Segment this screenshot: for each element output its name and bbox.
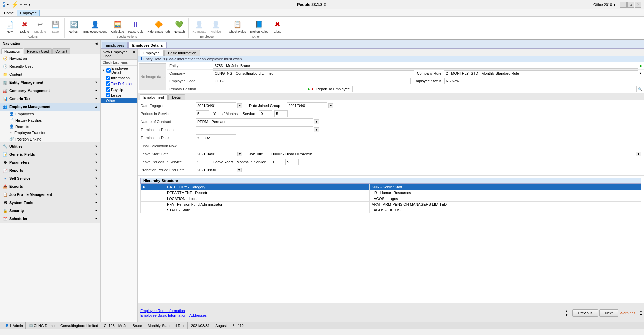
nav-sub-history-payslips[interactable]: 📄 History Payslips bbox=[0, 117, 100, 123]
nav-item-self-service[interactable]: ● Self Service ▼ bbox=[0, 174, 100, 182]
periods-service-input[interactable] bbox=[196, 110, 209, 117]
right-scroll-down-icon[interactable]: ▼ bbox=[639, 313, 643, 317]
hierarchy-row-0[interactable]: ▶ CATEGORY - Category SNR - Senior Staff bbox=[141, 184, 641, 190]
nav-item-reports[interactable]: 📈 Reports ▼ bbox=[0, 166, 100, 174]
nav-item-utilities[interactable]: 🔧 Utilities ▼ bbox=[0, 142, 100, 150]
delete-button[interactable]: ✖ Delete bbox=[17, 18, 32, 34]
checklist-item-5[interactable]: Other bbox=[101, 98, 137, 103]
checklist-check-0[interactable] bbox=[106, 68, 111, 73]
checklist-close-icon[interactable]: ✕ bbox=[132, 50, 135, 58]
checklist-check-1[interactable] bbox=[106, 76, 110, 80]
scroll-down-icon[interactable]: ▼ bbox=[565, 313, 568, 317]
employee-code-input[interactable] bbox=[213, 78, 411, 84]
check-rules-button[interactable]: 📋 Check Rules bbox=[227, 18, 248, 34]
warnings-link[interactable]: Warnings bbox=[620, 311, 635, 315]
leave-months-input[interactable] bbox=[285, 159, 299, 165]
redo-btn[interactable]: ↪ bbox=[24, 3, 27, 6]
date-joined-dropdown[interactable]: ▼ bbox=[328, 103, 333, 108]
entity-green-icon[interactable]: ● bbox=[639, 63, 642, 68]
checklist-check-4[interactable] bbox=[106, 93, 110, 97]
leave-start-dropdown[interactable]: ▼ bbox=[237, 152, 242, 156]
report-to-search-icon[interactable]: 🔍 bbox=[638, 87, 642, 91]
probation-input[interactable] bbox=[196, 167, 236, 173]
probation-dropdown[interactable]: ▼ bbox=[237, 168, 242, 172]
employee-status-input[interactable] bbox=[444, 78, 642, 84]
content-tab-employee-details[interactable]: Employee Details bbox=[128, 42, 166, 48]
date-engaged-dropdown[interactable]: ▼ bbox=[237, 103, 242, 108]
nav-item-scheduler[interactable]: 📅 Scheduler ▼ bbox=[0, 215, 100, 223]
nav-collapse-button[interactable]: ◀ bbox=[95, 42, 98, 45]
nav-sub-employee-transfer[interactable]: ↔ Employee Transfer bbox=[0, 130, 100, 136]
company-input[interactable] bbox=[213, 70, 414, 76]
netcash-button[interactable]: 💚 Netcash bbox=[172, 18, 186, 34]
nav-item-recently-used[interactable]: 🕒 Recently Used bbox=[0, 62, 100, 70]
nav-sub-position-linking[interactable]: 🔗 Position Linking bbox=[0, 136, 100, 142]
style-selector[interactable]: Office 2010 ▼ bbox=[593, 2, 616, 8]
hide-smart-path-button[interactable]: 🔶 Hide Smart Path bbox=[146, 18, 171, 34]
undelete-button[interactable]: ↩ Undelete bbox=[32, 18, 48, 34]
date-joined-input[interactable] bbox=[287, 102, 327, 109]
nav-sub-employees[interactable]: 👤 Employees bbox=[0, 111, 100, 117]
hierarchy-row-4[interactable]: STATE - State LAGOS - LAGOS bbox=[141, 207, 641, 213]
report-to-input[interactable] bbox=[352, 86, 637, 92]
nature-contract-dropdown[interactable]: ▼ bbox=[314, 119, 319, 124]
calculate-button[interactable]: 🧮 Calculate bbox=[110, 18, 126, 34]
archive-button[interactable]: 👤 Archive bbox=[209, 18, 223, 34]
tab-navigation[interactable]: Navigation bbox=[1, 48, 23, 54]
nav-item-employee-management[interactable]: 👥 Employee Management ▲ bbox=[0, 103, 100, 111]
termination-date-input[interactable] bbox=[196, 134, 236, 141]
checklist-item-1[interactable]: Information bbox=[101, 75, 137, 81]
checklist-item-3[interactable]: Payslip bbox=[101, 87, 137, 92]
nav-item-content[interactable]: 📁 Content bbox=[0, 70, 100, 78]
leave-periods-input[interactable] bbox=[196, 159, 209, 165]
checklist-item-4[interactable]: Leave bbox=[101, 92, 137, 98]
nav-item-security[interactable]: 🔒 Security ▼ bbox=[0, 207, 100, 215]
entity-input[interactable] bbox=[213, 63, 638, 69]
checklist-item-0[interactable]: ▼ Employee Detail bbox=[101, 66, 137, 75]
save-button[interactable]: 💾 Save bbox=[48, 18, 62, 34]
checklist-item-2[interactable]: Tax Definition bbox=[101, 81, 137, 87]
broken-rules-button[interactable]: 📘 Broken Rules bbox=[248, 18, 270, 34]
employee-actions-button[interactable]: 👤 Employee Actions bbox=[82, 18, 109, 34]
next-button[interactable]: Next bbox=[599, 309, 618, 317]
nav-item-job-profile[interactable]: 📋 Job Profile Management ▼ bbox=[0, 190, 100, 199]
job-title-dropdown[interactable]: ▼ bbox=[636, 152, 641, 156]
content-tab-employees[interactable]: Employees bbox=[102, 42, 128, 48]
termination-reason-input[interactable] bbox=[196, 126, 313, 133]
nav-item-parameters[interactable]: ⚙ Parameters ▼ bbox=[0, 158, 100, 166]
checklist-check-2[interactable] bbox=[106, 81, 110, 86]
system-menu[interactable]: ▼ bbox=[6, 3, 10, 6]
tab-content[interactable]: Content bbox=[52, 48, 70, 54]
job-title-input[interactable] bbox=[270, 151, 635, 157]
termination-reason-dropdown[interactable]: ▼ bbox=[314, 127, 319, 132]
nav-item-exports[interactable]: 📤 Exports ▼ bbox=[0, 182, 100, 190]
date-engaged-input[interactable] bbox=[196, 102, 236, 109]
checklist-check-3[interactable] bbox=[106, 87, 110, 92]
menu-home[interactable]: Home bbox=[1, 10, 16, 16]
leave-years-input[interactable] bbox=[270, 159, 283, 165]
bottom-scroll-up[interactable]: ▲ ▼ bbox=[564, 309, 570, 317]
close-ribbon-button[interactable]: ✖ Close bbox=[271, 18, 285, 34]
minimize-btn[interactable]: — bbox=[620, 2, 627, 8]
refresh-button[interactable]: 🔄 Refresh bbox=[67, 18, 81, 34]
close-btn[interactable]: ✕ bbox=[635, 2, 641, 8]
nav-item-company-management[interactable]: 🏭 Company Management ▼ bbox=[0, 87, 100, 95]
bottom-nav-item-0[interactable]: Employee Rule Information bbox=[140, 309, 561, 313]
quick-access[interactable]: ⚡ bbox=[11, 1, 18, 8]
tab-recently-used[interactable]: Recently Used bbox=[24, 48, 52, 54]
previous-button[interactable]: Previous bbox=[572, 309, 598, 317]
company-rule-dropdown[interactable]: ▼ bbox=[639, 72, 642, 75]
nav-sub-recruits[interactable]: 👤 Recruits bbox=[0, 123, 100, 130]
menu-employee[interactable]: Employee bbox=[17, 10, 40, 16]
tab-employee[interactable]: Employee bbox=[140, 50, 164, 56]
tab-employment[interactable]: Employment bbox=[140, 94, 168, 100]
bottom-nav-item-1[interactable]: Employee Basic Information - Addresses bbox=[140, 313, 561, 317]
nav-item-generic-fields[interactable]: 📝 Generic Fields ▼ bbox=[0, 150, 100, 158]
nav-item-system-tools[interactable]: 🛠 System Tools ▼ bbox=[0, 199, 100, 207]
nav-item-entity-management[interactable]: 🏢 Entity Management ▼ bbox=[0, 78, 100, 87]
hierarchy-row-1[interactable]: DEPARTMENT - Department HR - Human Resou… bbox=[141, 190, 641, 196]
years-val-input[interactable] bbox=[259, 110, 272, 117]
leave-start-input[interactable] bbox=[196, 151, 236, 157]
months-val-input[interactable] bbox=[274, 110, 288, 117]
nav-item-navigation[interactable]: 🧭 Navigation bbox=[0, 54, 100, 62]
